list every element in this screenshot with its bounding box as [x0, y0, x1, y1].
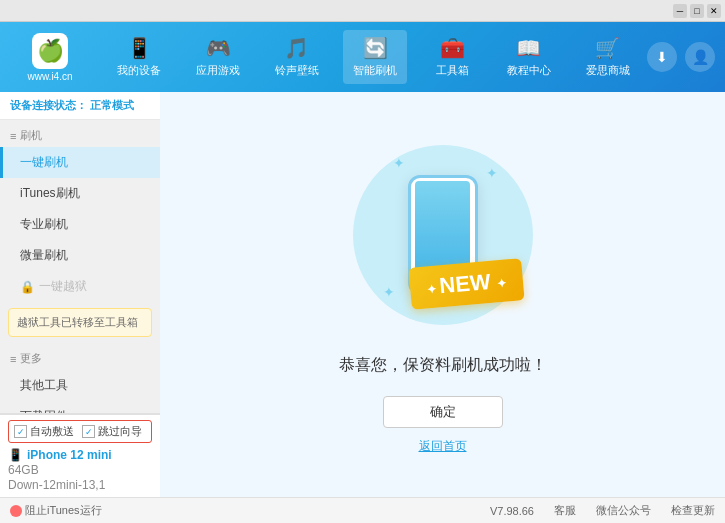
nav-apps[interactable]: 🎮 应用游戏 — [186, 30, 250, 84]
ringtone-label: 铃声壁纸 — [275, 63, 319, 78]
mall-label: 爱思商城 — [586, 63, 630, 78]
close-button[interactable]: ✕ — [707, 4, 721, 18]
sidebar-item-one-click-flash[interactable]: 一键刷机 — [0, 147, 160, 178]
sidebar-item-itunes-flash[interactable]: iTunes刷机 — [0, 178, 160, 209]
nav-my-device[interactable]: 📱 我的设备 — [107, 30, 171, 84]
nav-smart-flash[interactable]: 🔄 智能刷机 — [343, 30, 407, 84]
tutorial-icon: 📖 — [516, 36, 541, 60]
sparkle-3: ✦ — [383, 284, 395, 300]
bottom-left: 阻止iTunes运行 — [10, 503, 170, 518]
auto-advance-check-box[interactable]: ✓ — [14, 425, 27, 438]
sparkle-1: ✦ — [393, 155, 405, 171]
smart-flash-label: 智能刷机 — [353, 63, 397, 78]
logo-area: 🍏 www.i4.cn — [10, 33, 90, 82]
my-device-icon: 📱 — [127, 36, 152, 60]
status-value: 正常模式 — [90, 99, 134, 111]
bottom-bar: 阻止iTunes运行 V7.98.66 客服 微信公众号 检查更新 — [0, 497, 725, 523]
toolbox-icon: 🧰 — [440, 36, 465, 60]
customer-service-link[interactable]: 客服 — [554, 503, 576, 518]
nav-tutorial[interactable]: 📖 教程中心 — [497, 30, 561, 84]
flash-section-icon: ≡ — [10, 130, 16, 142]
device-firmware: Down-12mini-13,1 — [8, 478, 152, 492]
apps-icon: 🎮 — [206, 36, 231, 60]
nav-toolbox[interactable]: 🧰 工具箱 — [422, 30, 482, 84]
flash-section-text: 刷机 — [20, 128, 42, 143]
skip-guide-checkbox[interactable]: ✓ 跳过向导 — [82, 424, 142, 439]
ringtone-icon: 🎵 — [284, 36, 309, 60]
version-text: V7.98.66 — [490, 505, 534, 517]
sidebar-item-pro-flash[interactable]: 专业刷机 — [0, 209, 160, 240]
phone-illustration: ✦ ✦ ✦ NEW — [343, 135, 543, 335]
smart-flash-icon: 🔄 — [363, 36, 388, 60]
maximize-button[interactable]: □ — [690, 4, 704, 18]
stop-icon — [10, 505, 22, 517]
success-text: 恭喜您，保资料刷机成功啦！ — [339, 355, 547, 376]
auto-advance-checkbox[interactable]: ✓ 自动敷送 — [14, 424, 74, 439]
phone-icon: 📱 — [8, 448, 23, 462]
confirm-button[interactable]: 确定 — [383, 396, 503, 428]
nav-bar: 📱 我的设备 🎮 应用游戏 🎵 铃声壁纸 🔄 智能刷机 🧰 工具箱 📖 教程中心… — [100, 30, 647, 84]
device-status-bar: 设备连接状态： 正常模式 — [0, 92, 160, 120]
minimize-button[interactable]: ─ — [673, 4, 687, 18]
logo-icon: 🍏 — [32, 33, 68, 69]
sidebar: 设备连接状态： 正常模式 ≡ 刷机 一键刷机 iTunes刷机 专业刷机 微量刷… — [0, 92, 160, 413]
mall-icon: 🛒 — [595, 36, 620, 60]
bottom-status: V7.98.66 客服 微信公众号 检查更新 — [170, 503, 715, 518]
check-update-link[interactable]: 检查更新 — [671, 503, 715, 518]
nav-right-buttons: ⬇ 👤 — [647, 42, 715, 72]
device-storage: 64GB — [8, 463, 152, 477]
device-info-row: 📱 iPhone 12 mini — [8, 448, 152, 462]
toolbox-label: 工具箱 — [436, 63, 469, 78]
content-area: ✦ ✦ ✦ NEW 恭喜您，保资料刷机成功啦！ 确定 返回首页 — [160, 92, 725, 497]
flash-section-label: ≡ 刷机 — [0, 120, 160, 147]
sidebar-item-download-firmware[interactable]: 下载固件 — [0, 401, 160, 413]
apps-label: 应用游戏 — [196, 63, 240, 78]
checkbox-row: ✓ 自动敷送 ✓ 跳过向导 — [8, 420, 152, 443]
nav-mall[interactable]: 🛒 爱思商城 — [576, 30, 640, 84]
status-label: 设备连接状态： — [10, 99, 87, 111]
title-bar: ─ □ ✕ — [0, 0, 725, 22]
my-device-label: 我的设备 — [117, 63, 161, 78]
jailbreak-notice: 越狱工具已转移至工具箱 — [8, 308, 152, 337]
device-name: iPhone 12 mini — [27, 448, 112, 462]
jailbreak-section-label: 🔒 一键越狱 — [0, 271, 160, 302]
stop-itunes[interactable]: 阻止iTunes运行 — [10, 503, 102, 518]
skip-guide-check-box[interactable]: ✓ — [82, 425, 95, 438]
wechat-link[interactable]: 微信公众号 — [596, 503, 651, 518]
nav-ringtone[interactable]: 🎵 铃声壁纸 — [265, 30, 329, 84]
header: 🍏 www.i4.cn 📱 我的设备 🎮 应用游戏 🎵 铃声壁纸 🔄 智能刷机 … — [0, 22, 725, 92]
download-button[interactable]: ⬇ — [647, 42, 677, 72]
sidebar-wrapper: 设备连接状态： 正常模式 ≡ 刷机 一键刷机 iTunes刷机 专业刷机 微量刷… — [0, 92, 160, 497]
more-section-icon: ≡ — [10, 353, 16, 365]
sidebar-item-micro-flash[interactable]: 微量刷机 — [0, 240, 160, 271]
lock-icon: 🔒 — [20, 280, 35, 294]
sparkle-2: ✦ — [486, 165, 498, 181]
phone-screen — [415, 181, 470, 271]
more-section-label: ≡ 更多 — [0, 343, 160, 370]
back-home-link[interactable]: 返回首页 — [419, 438, 467, 455]
device-bottom-section: ✓ 自动敷送 ✓ 跳过向导 📱 iPhone 12 mini 64GB Down… — [0, 413, 160, 497]
main-layout: 设备连接状态： 正常模式 ≡ 刷机 一键刷机 iTunes刷机 专业刷机 微量刷… — [0, 92, 725, 497]
account-button[interactable]: 👤 — [685, 42, 715, 72]
tutorial-label: 教程中心 — [507, 63, 551, 78]
logo-url: www.i4.cn — [27, 71, 72, 82]
sidebar-item-other-tools[interactable]: 其他工具 — [0, 370, 160, 401]
